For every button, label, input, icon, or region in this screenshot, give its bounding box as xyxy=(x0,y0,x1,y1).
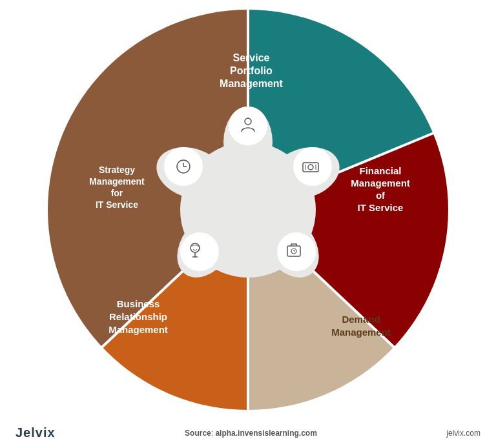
svg-text:Strategy: Strategy xyxy=(99,165,135,175)
svg-text:Financial: Financial xyxy=(359,165,401,176)
website-url: jelvix.com xyxy=(446,429,480,438)
source-label: Source xyxy=(185,429,211,438)
svg-text:Portfolio: Portfolio xyxy=(230,65,273,76)
brand-logo: Jelvix xyxy=(16,425,56,440)
source-url: alpha.invensislearning.com xyxy=(215,429,316,438)
svg-text:IT Service: IT Service xyxy=(358,202,404,213)
svg-text:of: of xyxy=(376,190,386,201)
svg-point-14 xyxy=(229,107,267,145)
svg-point-15 xyxy=(293,147,332,186)
svg-text:for: for xyxy=(111,188,123,198)
svg-text:Relationship: Relationship xyxy=(109,311,167,322)
source-credit: Source: alpha.invensislearning.com xyxy=(185,429,317,438)
svg-text:IT Service: IT Service xyxy=(96,199,138,210)
diagram-area: Service Portfolio Management Financial M… xyxy=(45,6,451,413)
footer: Jelvix Source: alpha.invensislearning.co… xyxy=(0,425,496,440)
svg-text:Management: Management xyxy=(331,327,391,338)
svg-text:Management: Management xyxy=(108,324,168,335)
svg-text:Management: Management xyxy=(89,176,145,187)
svg-text:Demand: Demand xyxy=(342,314,380,325)
main-diagram-svg: Service Portfolio Management Financial M… xyxy=(45,6,451,413)
page-container: Service Portfolio Management Financial M… xyxy=(0,0,496,448)
svg-text:Business: Business xyxy=(117,298,160,309)
svg-text:Management: Management xyxy=(351,178,410,188)
svg-point-17 xyxy=(180,232,219,271)
svg-text:Service: Service xyxy=(233,52,270,63)
svg-text:Management: Management xyxy=(220,78,283,89)
